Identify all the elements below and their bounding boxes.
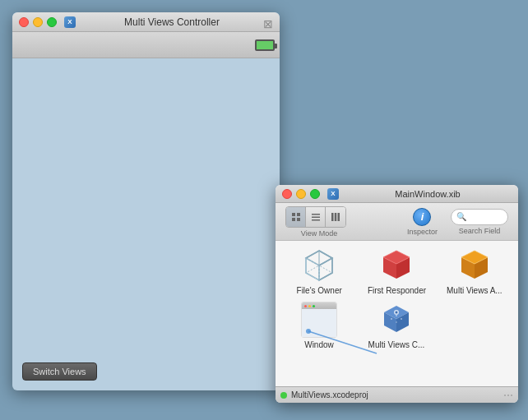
switch-views-button[interactable]: Switch Views xyxy=(22,362,97,381)
svg-point-33 xyxy=(396,315,397,316)
xib-content-area: File's Owner Fi xyxy=(276,241,518,386)
column-view-button[interactable] xyxy=(326,207,345,227)
traffic-lights xyxy=(19,17,57,27)
xib-toolbar: View Mode i Inspector 🔍 Search Field xyxy=(276,203,518,241)
xib-traffic-lights xyxy=(282,189,320,199)
inspector-section: i Inspector xyxy=(407,208,438,236)
xib-minimize-button[interactable] xyxy=(296,189,306,199)
icons-row-1: File's Owner Fi xyxy=(276,241,518,302)
xib-app-icon: X xyxy=(327,187,340,201)
battery-icon xyxy=(255,39,275,51)
xib-titlebar: X MainWindow.xib xyxy=(276,185,518,203)
svg-rect-8 xyxy=(335,213,337,221)
minimize-button[interactable] xyxy=(33,17,43,27)
view-mode-label: View Mode xyxy=(301,229,337,238)
svg-rect-2 xyxy=(292,218,295,221)
multiviews-app-icon xyxy=(456,247,493,284)
window-label: Window xyxy=(304,340,334,349)
status-dot xyxy=(280,392,287,399)
mvc-icon xyxy=(378,302,415,338)
icon-view-button[interactable] xyxy=(286,207,306,227)
inspector-button[interactable]: i xyxy=(413,208,431,226)
list-view-button[interactable] xyxy=(306,207,326,227)
xib-window: X MainWindow.xib View Mode i Inspector xyxy=(276,185,518,403)
main-window-title: Multi Views Controller xyxy=(81,16,263,28)
window-icon-body xyxy=(302,309,336,337)
first-responder-item[interactable]: First Responder xyxy=(359,247,433,295)
files-owner-icon xyxy=(301,247,337,284)
multiviews-app-item[interactable]: Multi Views A... xyxy=(438,247,512,295)
mini-close xyxy=(304,305,307,307)
app-icon: X xyxy=(63,16,76,29)
svg-point-32 xyxy=(401,318,402,320)
xcode-icon: X xyxy=(64,16,76,28)
svg-rect-6 xyxy=(312,219,320,221)
files-owner-label: File's Owner xyxy=(297,286,342,295)
search-magnifier-icon: 🔍 xyxy=(456,212,466,221)
mini-max xyxy=(313,305,315,307)
multiviews-app-label: Multi Views A... xyxy=(447,286,503,295)
maximize-button[interactable] xyxy=(47,17,57,27)
xib-close-button[interactable] xyxy=(282,189,292,199)
icons-row-2: Window xyxy=(276,302,518,356)
window-icon-titlebar xyxy=(302,302,336,309)
xib-xcode-icon: X xyxy=(327,188,339,200)
window-item[interactable]: Window xyxy=(282,302,356,349)
svg-rect-3 xyxy=(297,218,300,221)
main-content-area xyxy=(12,58,280,361)
main-toolbar xyxy=(12,32,280,58)
svg-rect-5 xyxy=(312,216,320,218)
mvc-label: Multi Views C... xyxy=(368,340,425,349)
search-field[interactable]: 🔍 xyxy=(451,209,508,225)
status-text: MultiViews.xcodeproj xyxy=(291,390,368,399)
files-owner-item[interactable]: File's Owner xyxy=(282,247,356,295)
resize-handle[interactable]: ⋯ xyxy=(503,390,513,401)
xib-statusbar: MultiViews.xcodeproj ⋯ xyxy=(276,386,518,403)
first-responder-icon xyxy=(378,247,415,284)
svg-point-30 xyxy=(395,312,397,314)
xib-maximize-button[interactable] xyxy=(310,189,320,199)
view-mode-group xyxy=(285,206,346,228)
first-responder-label: First Responder xyxy=(368,286,426,295)
close-button[interactable] xyxy=(19,17,29,27)
search-field-label: Search Field xyxy=(459,227,501,235)
mvc-item[interactable]: Multi Views C... xyxy=(359,302,433,349)
svg-rect-1 xyxy=(297,213,300,216)
svg-point-31 xyxy=(391,318,392,320)
window-icon xyxy=(301,302,337,338)
search-section: 🔍 Search Field xyxy=(451,209,508,235)
svg-point-34 xyxy=(396,321,397,323)
xib-window-title: MainWindow.xib xyxy=(344,189,512,199)
svg-rect-4 xyxy=(312,214,320,215)
view-mode-section: View Mode xyxy=(285,206,353,238)
main-window: X Multi Views Controller ⊠ Switch Views xyxy=(12,12,280,390)
svg-rect-7 xyxy=(331,213,334,221)
svg-rect-0 xyxy=(292,213,295,216)
resize-icon: ⊠ xyxy=(263,17,273,27)
mini-min xyxy=(308,305,311,307)
inspector-label: Inspector xyxy=(407,228,438,236)
main-titlebar: X Multi Views Controller ⊠ xyxy=(12,12,280,32)
svg-rect-9 xyxy=(338,213,340,221)
